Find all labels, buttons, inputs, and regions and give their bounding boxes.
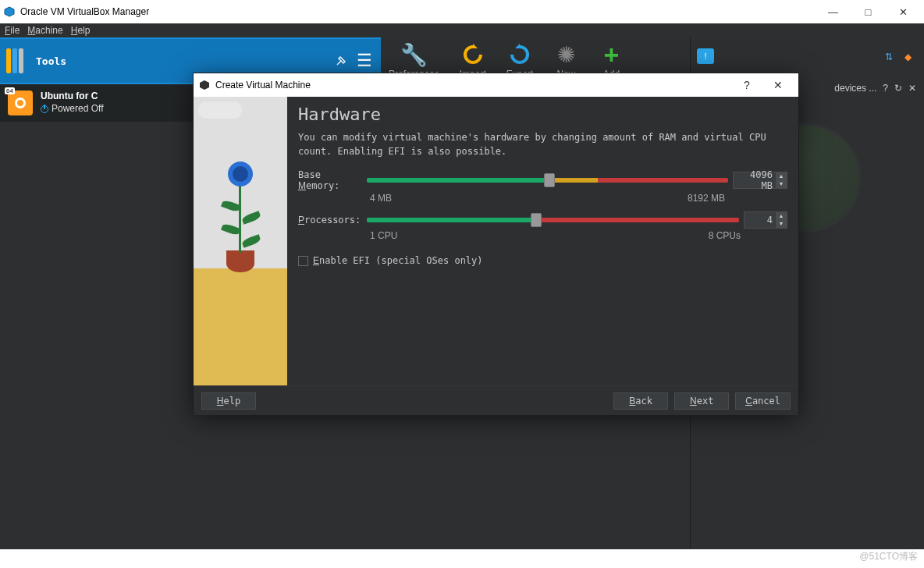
dialog-heading: Hardware: [298, 105, 787, 124]
close-button[interactable]: ✕: [886, 1, 921, 23]
memory-min: 4 MB: [370, 193, 392, 204]
processors-label: Processors:: [298, 215, 362, 225]
spin-down-icon[interactable]: ▼: [776, 220, 787, 228]
refresh-icon[interactable]: ↻: [894, 83, 902, 94]
processors-slider[interactable]: [367, 213, 739, 227]
back-button[interactable]: Back: [613, 392, 668, 410]
dialog-footer: Help Back Next Cancel: [194, 385, 798, 415]
tools-label: Tools: [36, 55, 331, 67]
minimize-button[interactable]: —: [816, 1, 851, 23]
window-title: Oracle VM VirtualBox Manager: [20, 6, 816, 17]
svg-point-2: [17, 100, 23, 106]
sort-icon[interactable]: ⇅: [882, 50, 896, 64]
spin-up-icon[interactable]: ▲: [776, 212, 787, 220]
memory-spinbox[interactable]: 4096 MB ▲▼: [733, 172, 787, 189]
memory-value: 4096 MB: [734, 169, 776, 191]
memory-slider[interactable]: [367, 173, 728, 187]
spin-up-icon[interactable]: ▲: [776, 172, 787, 180]
memory-slider-thumb[interactable]: [544, 173, 555, 187]
spin-down-icon[interactable]: ▼: [776, 180, 787, 188]
svg-marker-0: [5, 7, 14, 16]
processors-max: 8 CPUs: [709, 230, 741, 241]
efi-checkbox[interactable]: [298, 256, 308, 266]
app-icon: [3, 5, 16, 18]
menu-help[interactable]: Help: [71, 25, 91, 36]
cancel-button[interactable]: Cancel: [735, 392, 791, 410]
dialog-title: Create Virtual Machine: [215, 80, 731, 91]
vm-state: Powered Off: [52, 103, 103, 115]
svg-marker-4: [515, 44, 520, 48]
help-button[interactable]: Help: [201, 392, 256, 410]
watermark: @51CTO博客: [859, 550, 918, 563]
tools-icon: [6, 48, 36, 73]
svg-marker-3: [473, 44, 478, 48]
dialog-close-button[interactable]: ✕: [762, 74, 794, 96]
vm-os-icon: 64: [8, 91, 33, 115]
info-icon[interactable]: ?: [883, 83, 888, 94]
window-titlebar: Oracle VM VirtualBox Manager — □ ✕: [0, 0, 924, 23]
maximize-button[interactable]: □: [851, 1, 886, 23]
arch-badge: 64: [5, 87, 15, 94]
dialog-icon: [198, 79, 211, 91]
menu-bar: File Machine Help: [0, 23, 924, 37]
plus-icon: +: [599, 42, 624, 67]
efi-checkbox-row[interactable]: Enable EFI (special OSes only): [298, 255, 787, 266]
close-panel-icon[interactable]: ✕: [908, 83, 916, 94]
processors-value: 4: [745, 215, 776, 225]
dialog-illustration: [194, 97, 287, 385]
dialog-description: You can modify virtual machine's hardwar…: [298, 130, 787, 158]
menu-machine[interactable]: Machine: [27, 25, 62, 36]
memory-max: 8192 MB: [688, 193, 725, 204]
notification-icon[interactable]: !: [697, 48, 714, 64]
pin-icon[interactable]: [331, 51, 351, 71]
processors-slider-thumb[interactable]: [531, 213, 542, 227]
wrench-icon: 🔧: [401, 42, 426, 67]
next-button[interactable]: Next: [674, 392, 729, 410]
menu-file[interactable]: File: [5, 25, 20, 36]
export-icon: [507, 42, 532, 67]
create-vm-dialog: Create Virtual Machine ? ✕ Hardware You …: [193, 73, 799, 414]
tag-icon[interactable]: ◆: [901, 50, 915, 64]
svg-marker-5: [200, 80, 209, 90]
power-icon: [41, 105, 48, 113]
processors-spinbox[interactable]: 4 ▲▼: [744, 211, 787, 229]
vm-name: Ubuntu for C: [41, 91, 103, 103]
memory-label: Base Memory:: [298, 169, 362, 191]
sun-icon: ✺: [553, 42, 578, 67]
processors-min: 1 CPU: [370, 230, 397, 241]
dialog-help-button[interactable]: ?: [731, 74, 762, 96]
efi-label: Enable EFI (special OSes only): [313, 255, 483, 266]
list-icon[interactable]: ☰: [354, 51, 375, 71]
import-icon: [460, 42, 485, 67]
dialog-titlebar: Create Virtual Machine ? ✕: [194, 73, 798, 97]
